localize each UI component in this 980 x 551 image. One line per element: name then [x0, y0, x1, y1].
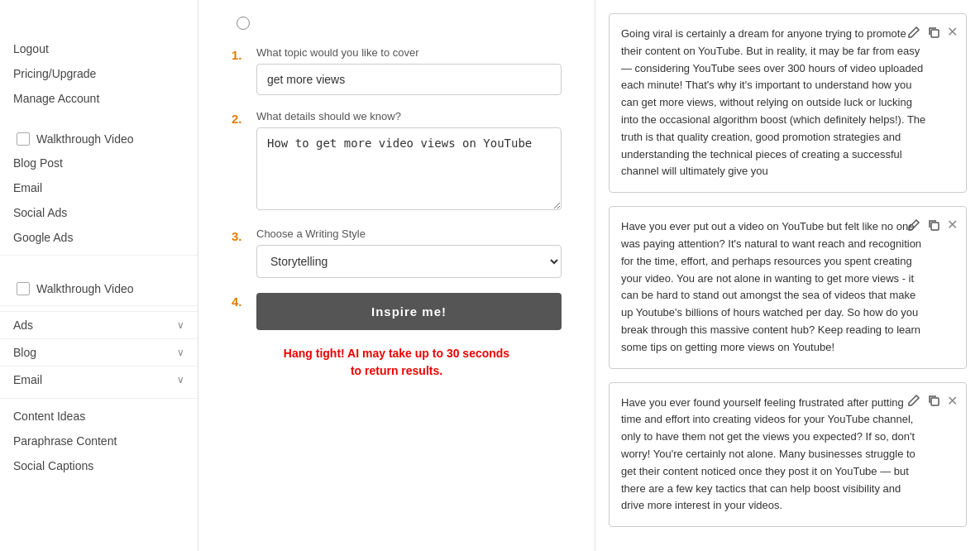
result-card-1: Going viral is certainly a dream for any… [609, 13, 967, 193]
ads-expandable[interactable]: Ads∨ [0, 311, 198, 338]
email-item[interactable]: Email [0, 175, 198, 200]
chevron-down-icon: ∨ [177, 347, 184, 358]
loading-text: Hang tight! AI may take up to 30 seconds… [232, 345, 562, 380]
form-panel: 1.What topic would you like to cover2.Wh… [198, 0, 595, 551]
top-links-group: LogoutPricing/UpgradeManage Account [0, 36, 198, 111]
chevron-down-icon: ∨ [177, 319, 184, 331]
form-step-4: 4.Inspire me! [232, 293, 562, 330]
main-content: 1.What topic would you like to cover2.Wh… [198, 0, 980, 551]
edit-button-1[interactable] [906, 24, 922, 41]
form-step-1: 1.What topic would you like to cover [232, 46, 562, 95]
standalone-items-group: Walkthrough Video [0, 277, 198, 300]
paraphrase-content-link[interactable]: Paraphrase Content [0, 429, 198, 453]
ads-expandable-label: Ads [13, 319, 33, 332]
edit-button-2[interactable] [906, 217, 922, 233]
content-ideas-link[interactable]: Content Ideas [0, 404, 198, 429]
svg-rect-1 [931, 223, 939, 230]
checkbox-icon [17, 132, 30, 146]
email-expandable-label: Email [13, 373, 42, 386]
blog-expandable[interactable]: Blog∨ [0, 338, 198, 366]
blog-post-item[interactable]: Blog Post [0, 151, 198, 175]
edit-button-3[interactable] [906, 392, 922, 409]
standalone-title [0, 261, 198, 277]
step-content-2: What details should we know? [256, 110, 562, 213]
step-label-2: What details should we know? [256, 110, 562, 122]
expandable-items-group: Ads∨Blog∨Email∨ [0, 311, 198, 393]
manage-account-link[interactable]: Manage Account [0, 86, 198, 111]
results-panel: Going viral is certainly a dream for any… [595, 0, 980, 551]
divider-2 [0, 305, 198, 306]
step-content-1: What topic would you like to cover [256, 46, 562, 95]
card-actions-1: ✕ [906, 22, 959, 41]
step-number-2: 2. [232, 110, 246, 126]
checkbox-icon [17, 282, 30, 295]
email-expandable[interactable]: Email∨ [0, 366, 198, 393]
walkthrough-video-item-1[interactable]: Walkthrough Video [0, 127, 198, 151]
bottom-links-group: Content IdeasParaphrase ContentSocial Ca… [0, 404, 198, 478]
social-captions-link[interactable]: Social Captions [0, 453, 198, 478]
close-button-2[interactable]: ✕ [945, 215, 959, 234]
form-steps: 1.What topic would you like to cover2.Wh… [232, 46, 562, 330]
close-button-1[interactable]: ✕ [945, 22, 959, 41]
sidebar: LogoutPricing/UpgradeManage Account Walk… [0, 0, 198, 551]
step-number-3: 3. [232, 228, 246, 243]
details-textarea[interactable] [256, 127, 562, 210]
walkthrough-video-item-2-label: Walkthrough Video [36, 282, 134, 295]
info-icon[interactable] [237, 17, 250, 30]
walkthrough-video-item-1-label: Walkthrough Video [36, 132, 134, 146]
writing-style-select[interactable]: StorytellingProfessionalCasualPersuasive… [256, 245, 562, 278]
content-area: 1.What topic would you like to cover2.Wh… [198, 0, 980, 551]
walkthrough-video-item-2[interactable]: Walkthrough Video [0, 277, 198, 300]
result-text-2: Have you ever put out a video on YouTube… [621, 220, 921, 353]
step-content-3: Choose a Writing StyleStorytellingProfes… [256, 228, 562, 278]
chevron-down-icon: ∨ [177, 374, 184, 386]
copy-button-2[interactable] [925, 217, 942, 233]
form-step-3: 3.Choose a Writing StyleStorytellingProf… [232, 228, 562, 278]
form-step-2: 2.What details should we know? [232, 110, 562, 213]
page-title-row [232, 17, 562, 30]
blog-expandable-label: Blog [13, 346, 36, 359]
what-create-title [0, 111, 198, 127]
pricing-link[interactable]: Pricing/Upgrade [0, 61, 198, 86]
inspire-button[interactable]: Inspire me! [256, 293, 562, 330]
close-button-3[interactable]: ✕ [945, 391, 959, 410]
create-items-group: Walkthrough VideoBlog PostEmailSocial Ad… [0, 127, 198, 250]
step-label-1: What topic would you like to cover [256, 46, 562, 59]
step-number-1: 1. [232, 46, 246, 62]
step-label-3: Choose a Writing Style [256, 228, 562, 240]
result-text-1: Going viral is certainly a dream for any… [621, 27, 925, 177]
result-text-3: Have you ever found yourself feeling fru… [621, 396, 915, 512]
divider-1 [0, 255, 198, 256]
svg-rect-0 [931, 30, 939, 37]
card-actions-2: ✕ [906, 215, 959, 234]
result-card-2: Have you ever put out a video on YouTube… [609, 206, 967, 368]
copy-button-1[interactable] [925, 24, 942, 41]
result-card-3: Have you ever found yourself feeling fru… [609, 382, 967, 528]
social-ads-item[interactable]: Social Ads [0, 200, 198, 225]
copy-button-3[interactable] [925, 392, 942, 409]
logout-link[interactable]: Logout [0, 36, 198, 61]
step-number-4: 4. [232, 293, 246, 309]
google-ads-item[interactable]: Google Ads [0, 225, 198, 250]
app-logo [0, 13, 198, 36]
topic-input[interactable] [256, 64, 562, 95]
divider-3 [0, 398, 198, 399]
card-actions-3: ✕ [906, 391, 959, 410]
svg-rect-2 [931, 398, 939, 405]
step-content-4: Inspire me! [256, 293, 562, 330]
